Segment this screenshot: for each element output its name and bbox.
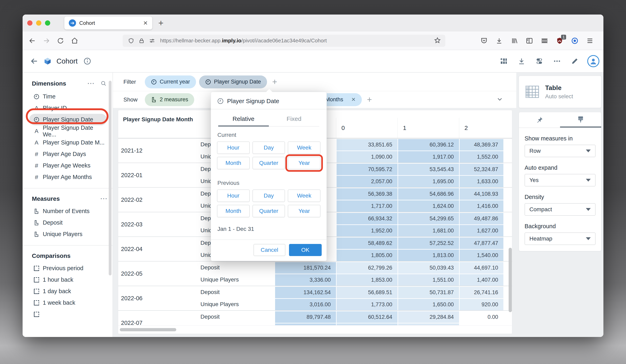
data-cell[interactable]: 29,284.84: [397, 311, 459, 323]
data-cell[interactable]: 1,416.00: [459, 200, 503, 212]
data-cell[interactable]: 1,551.00: [397, 274, 459, 286]
month-cell[interactable]: 2022-07: [118, 311, 199, 326]
tab-relative[interactable]: Relative: [218, 113, 269, 126]
data-cell[interactable]: 33,851.65: [336, 138, 397, 151]
data-cell[interactable]: 1,952.00: [336, 224, 397, 237]
data-cell[interactable]: 1,773.00: [336, 298, 397, 310]
month-cell[interactable]: 2022-04: [118, 237, 199, 261]
period-button-current-year[interactable]: Year: [288, 157, 320, 169]
sidebar-item-player-signup-date-m[interactable]: APlayer Signup Date M...: [29, 137, 107, 148]
data-cell[interactable]: 48,369.37: [459, 138, 503, 151]
data-cell[interactable]: 44,697.10: [459, 261, 503, 274]
sidebar-item-player-age-days[interactable]: #Player Age Days: [29, 148, 107, 160]
visualization-card[interactable]: Table Auto select: [519, 76, 601, 108]
column-header-2[interactable]: 2: [459, 118, 503, 138]
sidebar-item-player-signup-date-we[interactable]: APlayer Signup Date We...: [29, 125, 107, 137]
close-window-button[interactable]: [27, 20, 33, 26]
data-cell[interactable]: 2,057.00: [336, 175, 397, 187]
data-cell[interactable]: 1,407.00: [459, 274, 503, 286]
column-header-0[interactable]: 0: [336, 118, 397, 138]
dropdown-density[interactable]: Compact: [525, 203, 595, 216]
sidebar-item-player-id[interactable]: APlayer ID: [29, 102, 107, 114]
back-icon[interactable]: [28, 36, 37, 45]
data-cell[interactable]: 53,545.43: [397, 163, 459, 175]
user-avatar[interactable]: [587, 55, 599, 67]
sidebar-item-1-week-back[interactable]: 1 week back: [29, 297, 107, 309]
tab-styling-brush-icon[interactable]: [560, 112, 601, 127]
data-cell[interactable]: 1,633.00: [459, 175, 503, 187]
data-cell[interactable]: 56,689.51: [336, 286, 397, 298]
data-cell[interactable]: 54,299.65: [397, 212, 459, 224]
data-cell[interactable]: 56,369.38: [336, 188, 397, 200]
info-icon[interactable]: [82, 56, 93, 66]
data-cell[interactable]: 1,695.00: [397, 175, 459, 187]
month-cell[interactable]: 2022-06: [118, 286, 199, 310]
remove-pill-icon[interactable]: ✕: [351, 96, 356, 103]
period-button-current-day[interactable]: Day: [252, 141, 285, 154]
more-icon[interactable]: [552, 56, 562, 66]
home-icon[interactable]: [70, 36, 79, 45]
data-cell[interactable]: 89,797.48: [274, 311, 336, 323]
data-cell[interactable]: 134,162.54: [274, 286, 336, 298]
collapse-bar-chevron-icon[interactable]: [496, 96, 503, 104]
table-horizontal-scrollbar[interactable]: [120, 328, 176, 331]
data-cell[interactable]: 1,717.00: [336, 200, 397, 212]
month-cell[interactable]: 2022-01: [118, 163, 199, 187]
period-button-current-quarter[interactable]: Quarter: [252, 157, 285, 169]
month-cell[interactable]: 2022-02: [118, 188, 199, 212]
period-button-previous-quarter[interactable]: Quarter: [252, 205, 285, 217]
data-cell[interactable]: 1,624.00: [397, 200, 459, 212]
period-button-current-hour[interactable]: Hour: [217, 141, 250, 154]
ok-button[interactable]: OK: [289, 244, 322, 256]
zoom-window-button[interactable]: [45, 20, 50, 26]
period-button-previous-week[interactable]: Week: [288, 190, 320, 202]
app-back-icon[interactable]: [29, 56, 39, 66]
add-chart-icon[interactable]: [499, 56, 509, 66]
url-bar[interactable]: https://hellmar-becker.app.imply.io/pivo…: [123, 35, 445, 47]
shield-icon[interactable]: [127, 37, 135, 45]
data-cell[interactable]: 26,741.16: [459, 286, 503, 298]
period-button-previous-year[interactable]: Year: [288, 205, 320, 217]
data-cell[interactable]: 3,016.00: [274, 298, 336, 310]
data-cell[interactable]: 0.00: [459, 311, 503, 323]
tab-close-icon[interactable]: ✕: [143, 20, 148, 26]
permissions-icon[interactable]: [148, 37, 156, 45]
cancel-button[interactable]: Cancel: [254, 244, 285, 256]
forward-icon[interactable]: [42, 36, 51, 45]
sidebar-scrollbar[interactable]: [109, 81, 112, 275]
containers-icon[interactable]: [540, 36, 549, 45]
add-filter-button[interactable]: +: [272, 77, 277, 87]
sidebar-item-number-of-events[interactable]: Number of Events: [29, 205, 107, 217]
download-icon[interactable]: [495, 36, 504, 45]
edit-icon[interactable]: [570, 56, 580, 66]
sidebar-icon[interactable]: [525, 36, 534, 45]
sidebar-item-player-signup-date[interactable]: Player Signup Date: [29, 114, 107, 125]
tab-pinboard-pin-icon[interactable]: [519, 112, 560, 127]
filter-pill-player-signup-date[interactable]: Player Signup Date: [199, 76, 267, 88]
data-cell[interactable]: 920.00: [459, 298, 503, 310]
dropdown-auto-expand[interactable]: Yes: [525, 174, 595, 186]
sidebar-item-1-hour-back[interactable]: 1 hour back: [29, 274, 107, 285]
data-cell[interactable]: 60,512.64: [336, 311, 397, 323]
data-cell[interactable]: 1,853.00: [336, 274, 397, 286]
download-icon[interactable]: [516, 56, 527, 66]
month-cell[interactable]: 2022-05: [118, 261, 199, 286]
table-vertical-scrollbar[interactable]: [509, 248, 512, 312]
sidebar-item-previous-period[interactable]: Previous period: [29, 263, 107, 274]
data-cell[interactable]: 50,731.87: [397, 286, 459, 298]
toggles-icon[interactable]: [534, 56, 545, 66]
period-button-previous-day[interactable]: Day: [252, 190, 285, 202]
column-header-1[interactable]: 1: [397, 118, 459, 138]
sidebar-item-partial[interactable]: [29, 309, 107, 320]
sidebar-item-player-age-weeks[interactable]: #Player Age Weeks: [29, 160, 107, 171]
more-options-icon[interactable]: ···: [87, 80, 95, 87]
period-button-previous-hour[interactable]: Hour: [217, 190, 250, 202]
onepassword-icon[interactable]: [570, 36, 579, 45]
data-cell[interactable]: 1,627.00: [459, 224, 503, 237]
data-cell[interactable]: 3,336.00: [274, 274, 336, 286]
data-cell[interactable]: 44,108.93: [459, 188, 503, 200]
data-cell[interactable]: 1,805.00: [336, 249, 397, 261]
data-cell[interactable]: 50,039.43: [397, 261, 459, 274]
sidebar-item-deposit[interactable]: Deposit: [29, 217, 107, 228]
pocket-icon[interactable]: [480, 36, 488, 45]
